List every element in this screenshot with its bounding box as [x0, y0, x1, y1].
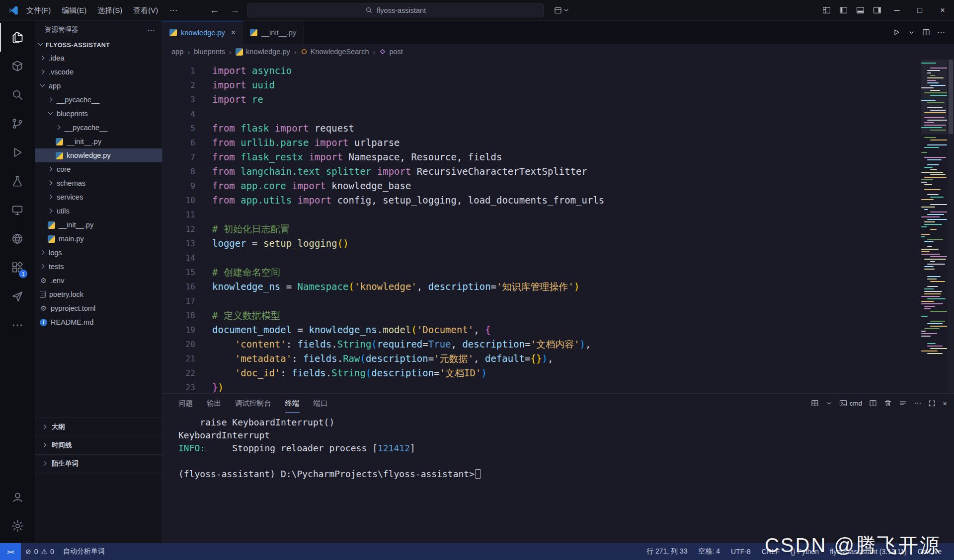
testing-icon[interactable]: [0, 167, 35, 196]
minimap-line: [927, 239, 943, 240]
tree-folder-services[interactable]: services: [35, 190, 162, 204]
scrollbar-thumb[interactable]: [949, 60, 953, 134]
command-center-search[interactable]: flyoss-assistant: [247, 3, 544, 17]
menu-item-2[interactable]: 选择(S): [92, 0, 128, 21]
minimap[interactable]: [921, 63, 947, 393]
extensions-icon[interactable]: 1: [0, 253, 35, 282]
python-interpreter-status[interactable]: flyoss-assistant (3.12.11): [825, 548, 911, 556]
nav-forward-icon[interactable]: →: [227, 5, 243, 16]
menu-overflow[interactable]: ⋯: [163, 5, 183, 15]
more-icon[interactable]: [0, 311, 35, 340]
breadcrumb-KnowledgeSearch[interactable]: KnowledgeSearch: [301, 48, 369, 56]
panel-tab-输出[interactable]: 输出: [207, 394, 221, 413]
code-text: from urllib.parse import urlparse: [212, 136, 400, 150]
encoding-status[interactable]: UTF-8: [726, 548, 755, 556]
run-python-file-icon[interactable]: [889, 25, 903, 40]
menu-item-1[interactable]: 编辑(E): [56, 0, 92, 21]
panel-tab-调试控制台[interactable]: 调试控制台: [235, 394, 271, 413]
terminal[interactable]: raise KeyboardInterrupt()KeyboardInterru…: [162, 413, 954, 543]
tree-folder-blueprints[interactable]: blueprints: [35, 107, 162, 121]
tree-folder-utils[interactable]: utils: [35, 204, 162, 218]
tree-folder-app[interactable]: app: [35, 79, 162, 93]
tree-folder-__pycache__[interactable]: __pycache__: [35, 93, 162, 107]
terminal-instance-icon[interactable]: cmd: [839, 399, 863, 407]
search-icon[interactable]: [0, 80, 35, 109]
editor-scrollbar[interactable]: [948, 60, 954, 393]
send-icon[interactable]: [0, 282, 35, 311]
settings-icon[interactable]: [0, 511, 35, 540]
run-debug-icon[interactable]: [0, 138, 35, 167]
toggle-primary-sidebar-icon[interactable]: [835, 0, 852, 21]
project-section-header[interactable]: FLYOSS-ASSISTANT: [35, 39, 162, 51]
menu-item-0[interactable]: 文件(F): [21, 0, 56, 21]
breadcrumb-post[interactable]: post: [379, 48, 402, 56]
panel-tab-终端[interactable]: 终端: [285, 394, 300, 413]
tree-file-__init__.py[interactable]: __init__.py: [35, 135, 162, 148]
globe-extension-icon[interactable]: [0, 224, 35, 253]
launch-profile-icon[interactable]: [811, 399, 819, 407]
terminal-tabs-view-icon[interactable]: [899, 399, 907, 407]
source-control-icon[interactable]: [0, 109, 35, 138]
tree-file-__init__.py[interactable]: __init__.py: [35, 218, 162, 232]
eol-status[interactable]: CRLF: [757, 548, 785, 556]
maximize-button[interactable]: □: [908, 0, 931, 21]
tree-folder-core[interactable]: core: [35, 162, 162, 176]
tree-folder-__pycache__[interactable]: __pycache__: [35, 121, 162, 135]
nav-back-icon[interactable]: ←: [206, 5, 223, 16]
go-live-status[interactable]: Go Live: [913, 548, 946, 556]
panel-tab-端口[interactable]: 端口: [314, 394, 328, 413]
minimize-button[interactable]: ─: [885, 0, 908, 21]
code-editor[interactable]: 1import asyncio2import uuid3import re45f…: [162, 60, 954, 393]
explorer-icon[interactable]: [0, 23, 35, 52]
tree-folder-tests[interactable]: tests: [35, 260, 162, 274]
panel-more-actions-icon[interactable]: ⋯: [914, 399, 921, 408]
problems-status[interactable]: ⊘ 0 ⚠ 0: [21, 548, 59, 556]
close-panel-icon[interactable]: ×: [943, 399, 947, 408]
word-analysis-status[interactable]: 自动分析单词: [59, 547, 109, 556]
tab-__init__.py[interactable]: __init__.py: [243, 21, 304, 44]
tree-file-main.py[interactable]: main.py: [35, 232, 162, 246]
launch-profile-dropdown-icon[interactable]: [826, 400, 832, 407]
menu-item-3[interactable]: 查看(V): [128, 0, 163, 21]
tab-close-icon[interactable]: ×: [231, 28, 236, 37]
sidebar-section-0[interactable]: 大纲: [35, 418, 162, 436]
kill-terminal-icon[interactable]: [884, 399, 892, 407]
breadcrumb-blueprints[interactable]: blueprints: [194, 48, 225, 56]
tree-file-poetry.lock[interactable]: poetry.lock: [35, 287, 162, 301]
indentation-status[interactable]: 空格: 4: [694, 547, 725, 556]
maximize-panel-icon[interactable]: [928, 400, 936, 407]
tree-folder-.idea[interactable]: .idea: [35, 51, 162, 65]
customize-layout-icon[interactable]: [818, 0, 835, 21]
minimap-line: [930, 174, 946, 175]
breadcrumb-app[interactable]: app: [171, 48, 183, 56]
tab-knowledge.py[interactable]: knowledge.py×: [162, 21, 243, 44]
tree-file-pyproject.toml[interactable]: ⚙pyproject.toml: [35, 301, 162, 315]
breadcrumb-label: KnowledgeSearch: [311, 48, 369, 56]
editor-more-actions-icon[interactable]: ⋯: [934, 25, 948, 40]
remote-indicator[interactable]: ><: [0, 543, 21, 560]
toggle-panel-icon[interactable]: [852, 0, 869, 21]
tree-folder-.vscode[interactable]: .vscode: [35, 65, 162, 79]
breadcrumb-knowledge.py[interactable]: knowledge.py: [236, 48, 290, 56]
minimap-line: [927, 219, 947, 220]
explorer-more-actions-icon[interactable]: ⋯: [147, 25, 155, 35]
sidebar-section-2[interactable]: 陌生单词: [35, 455, 162, 473]
language-mode-status[interactable]: {} Python: [786, 548, 823, 556]
split-editor-icon[interactable]: [919, 25, 933, 40]
run-dropdown-icon[interactable]: [904, 25, 918, 40]
toggle-secondary-sidebar-icon[interactable]: [869, 0, 885, 21]
tree-file-README.md[interactable]: iREADME.md: [35, 315, 162, 329]
panel-tab-问题[interactable]: 问题: [178, 394, 193, 413]
tree-file-.env[interactable]: ⚙.env: [35, 274, 162, 287]
tree-folder-schemas[interactable]: schemas: [35, 176, 162, 190]
sidebar-section-1[interactable]: 时间线: [35, 436, 162, 455]
accounts-icon[interactable]: [0, 483, 35, 511]
remote-explorer-icon[interactable]: [0, 196, 35, 224]
tree-folder-logs[interactable]: logs: [35, 246, 162, 260]
close-button[interactable]: ×: [931, 0, 954, 21]
cursor-position-status[interactable]: 行 271, 列 33: [642, 547, 692, 556]
split-terminal-icon[interactable]: [869, 399, 877, 407]
tree-file-knowledge.py[interactable]: knowledge.py: [35, 148, 162, 162]
package-icon[interactable]: [0, 52, 35, 80]
new-window-icon[interactable]: [554, 6, 569, 14]
